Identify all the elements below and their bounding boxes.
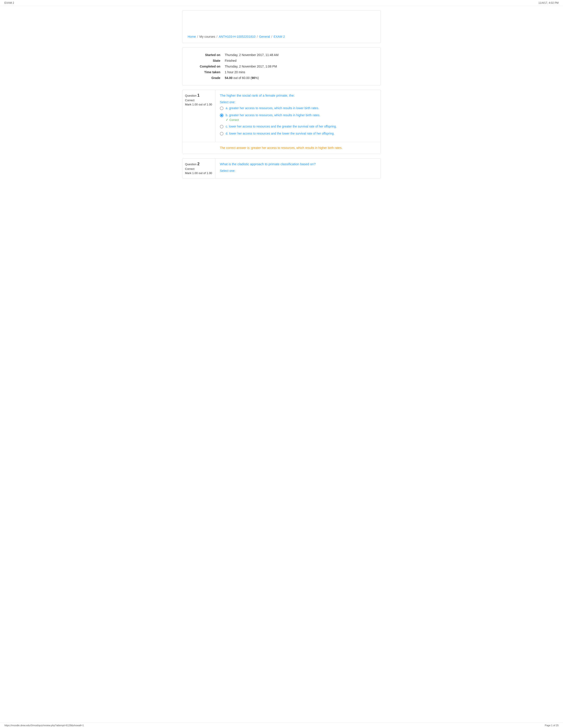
option-1d: d. lower her access to resources and the… [220,131,376,136]
question-1-number: 1 [197,93,199,98]
correct-answer-text-1: The correct answer is: greater her acces… [220,146,343,150]
breadcrumb-mycourses: My courses [199,35,215,38]
question-1-outer: Question 1 Correct Mark 1.00 out of 1.00… [182,90,381,154]
option-1b-text: b. greater her access to resources, whic… [226,113,321,117]
datetime: 11/4/17, 4:02 PM [539,1,559,4]
state-value: Finished [223,58,375,64]
main-content: Home / My courses / ANTH103-H-1005220181… [175,6,388,187]
radio-1b [220,114,223,117]
question-1-status: Correct [185,99,212,102]
state-label: State [188,58,223,64]
summary-row-completed: Completed on Thursday, 2 November 2017, … [188,64,375,69]
breadcrumb-exam2[interactable]: EXAM 2 [273,35,285,38]
page-title: EXAM 2 [4,1,14,4]
breadcrumb-sep-1: / [197,35,198,38]
question-1-mark: Mark 1.00 out of 1.00 [185,103,212,106]
question-1-meta: Question 1 Correct Mark 1.00 out of 1.00 [182,90,215,142]
summary-row-time: Time taken 1 hour 20 mins [188,69,375,75]
question-2-row: Question 2 Correct Mark 1.00 out of 1.00… [182,159,381,178]
correct-label-1b: Correct [229,118,239,122]
breadcrumb-general[interactable]: General [259,35,270,38]
option-1b: b. greater her access to resources, whic… [220,113,376,122]
question-1-row: Question 1 Correct Mark 1.00 out of 1.00… [182,90,381,142]
question-2-status: Correct [185,167,212,171]
question-1-title: The higher the social rank of a female p… [220,94,376,97]
time-taken-value: 1 hour 20 mins [223,69,375,75]
question-2-select-one: Select one: [220,169,376,173]
breadcrumb-sep-4: / [271,35,272,38]
breadcrumb-course[interactable]: ANTH103-H-10052201810 [219,35,256,38]
summary-row-started: Started on Thursday, 2 November 2017, 11… [188,52,375,58]
grade-value: 54.00 out of 60.00 (90%) [223,75,375,81]
option-1c: c. lower her access to resources and the… [220,124,376,129]
breadcrumb-sep-3: / [257,35,258,38]
question-2-body: What is the cladistic approach to primat… [215,159,381,178]
question-1-select-one: Select one: [220,100,376,104]
breadcrumb-card: Home / My courses / ANTH103-H-1005220181… [182,10,381,43]
breadcrumb: Home / My courses / ANTH103-H-1005220181… [188,35,375,38]
checkmark-icon: ✓ [226,118,228,122]
question-1-options: a. greater her access to resources, whic… [220,106,376,136]
option-1a: a. greater her access to resources, whic… [220,106,376,111]
radio-1a [220,107,223,110]
question-2-mark: Mark 1.00 out of 1.00 [185,171,212,175]
option-1c-text: c. lower her access to resources and the… [226,124,337,129]
summary-row-state: State Finished [188,58,375,64]
time-taken-label: Time taken [188,69,223,75]
started-on-value: Thursday, 2 November 2017, 11:48 AM [223,52,375,58]
radio-1c [220,125,223,128]
breadcrumb-sep-2: / [216,35,217,38]
question-2-outer: Question 2 Correct Mark 1.00 out of 1.00… [182,158,381,178]
summary-card: Started on Thursday, 2 November 2017, 11… [182,47,381,85]
started-on-label: Started on [188,52,223,58]
question-2-number: 2 [197,162,199,166]
grade-label: Grade [188,75,223,81]
question-2-label: Question 2 [185,162,212,166]
summary-row-grade: Grade 54.00 out of 60.00 (90%) [188,75,375,81]
option-1a-text: a. greater her access to resources, whic… [226,106,319,111]
completed-on-label: Completed on [188,64,223,69]
question-2-meta: Question 2 Correct Mark 1.00 out of 1.00 [182,159,215,178]
option-1b-content: b. greater her access to resources, whic… [226,113,321,122]
question-2-title: What is the cladistic approach to primat… [220,162,376,166]
summary-table: Started on Thursday, 2 November 2017, 11… [188,52,375,81]
radio-1d [220,132,223,135]
question-1-correct-answer: The correct answer is: greater her acces… [182,142,381,154]
completed-on-value: Thursday, 2 November 2017, 1:08 PM [223,64,375,69]
option-1d-text: d. lower her access to resources and the… [226,131,335,136]
correct-mark-1b: ✓ Correct [226,118,321,122]
breadcrumb-home[interactable]: Home [188,35,196,38]
question-1-label: Question 1 [185,93,212,98]
question-1-body: The higher the social rank of a female p… [215,90,381,142]
top-bar: EXAM 2 11/4/17, 4:02 PM [0,0,563,6]
